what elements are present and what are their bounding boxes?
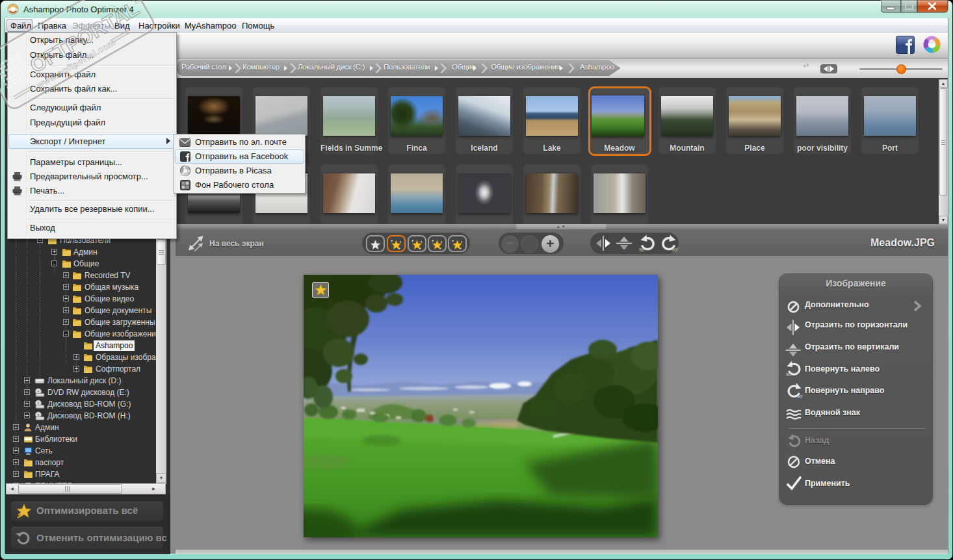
- svg-text:90°: 90°: [797, 394, 803, 399]
- svg-text:90°: 90°: [786, 372, 793, 377]
- svg-text:90°: 90°: [639, 247, 646, 253]
- svg-text:90°: 90°: [672, 247, 679, 253]
